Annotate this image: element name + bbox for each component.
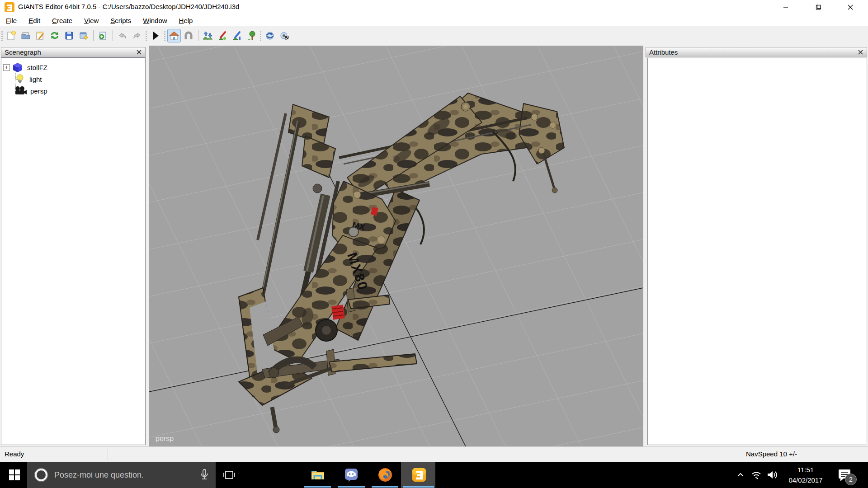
chevron-up-icon — [737, 473, 744, 477]
menu-edit[interactable]: Edit — [23, 15, 46, 26]
minimize-button[interactable] — [773, 0, 799, 14]
toolbar-separator — [113, 30, 113, 41]
discord-button[interactable] — [338, 462, 365, 488]
attributes-close-icon[interactable] — [857, 49, 863, 56]
wifi-icon — [751, 470, 762, 479]
foliage-button[interactable] — [245, 29, 258, 42]
viewport-canvas: MX MX80 — [149, 46, 643, 446]
running-indicator — [403, 486, 434, 488]
import-button[interactable] — [96, 29, 110, 42]
giants-editor-button[interactable] — [406, 462, 433, 488]
status-bar: Ready NavSpeed 10 +/- — [0, 446, 868, 462]
toolbar — [0, 26, 868, 45]
tree-item-persp[interactable]: persp — [3, 85, 47, 97]
tray-chevron-button[interactable] — [732, 462, 749, 488]
menu-view[interactable]: View — [78, 15, 104, 26]
menu-help[interactable]: Help — [173, 15, 199, 26]
discord-icon — [344, 468, 359, 482]
scenegraph-close-icon[interactable] — [136, 49, 142, 56]
menu-file[interactable]: File — [0, 15, 23, 26]
expand-plus-icon[interactable]: + — [3, 64, 10, 71]
save-button[interactable] — [62, 29, 76, 42]
terrain-paint-button[interactable] — [216, 29, 229, 42]
taskbar-clock[interactable]: 11:51 04/02/2017 — [780, 465, 831, 485]
tree-guide-stub — [16, 91, 21, 91]
toolbar-separator — [198, 30, 198, 41]
firefox-button[interactable] — [372, 462, 399, 488]
status-separator — [865, 449, 865, 460]
cortana-search-input[interactable]: Posez-moi une question. — [27, 462, 216, 488]
giants-app-icon — [5, 2, 14, 12]
menu-window[interactable]: Window — [137, 15, 173, 26]
tree-item-label: light — [29, 75, 42, 83]
toolbar-grip — [260, 30, 261, 42]
play-button[interactable] — [149, 29, 162, 42]
tree-item-stollfz[interactable]: + stollFZ — [3, 61, 47, 73]
scenegraph-header: Scenegraph — [1, 47, 146, 57]
running-indicator — [372, 486, 398, 488]
viewport-camera-label: persp — [156, 435, 174, 443]
maximize-button[interactable] — [805, 0, 831, 14]
tree-item-light[interactable]: light — [3, 73, 47, 85]
edit-notepad-button[interactable] — [33, 29, 47, 42]
windows-logo-icon — [9, 469, 20, 481]
clock-time: 11:51 — [797, 466, 814, 474]
scenegraph-panel: + stollFZ light persp — [1, 57, 146, 445]
attributes-title: Attributes — [649, 48, 678, 56]
microphone-icon[interactable] — [199, 469, 209, 481]
attributes-panel — [647, 58, 866, 445]
clock-date: 04/02/2017 — [788, 476, 822, 484]
scenegraph-tree: + stollFZ light persp — [3, 61, 47, 97]
new-file-button[interactable] — [5, 29, 18, 42]
loader-model: MX MX80 — [239, 93, 564, 433]
attributes-header: Attributes — [646, 47, 867, 57]
file-explorer-button[interactable] — [304, 462, 331, 488]
redo-button[interactable] — [130, 29, 144, 42]
menu-create[interactable]: Create — [46, 15, 78, 26]
firefox-icon — [377, 467, 393, 483]
tray-network-button[interactable] — [748, 462, 765, 488]
cortana-icon — [33, 467, 49, 483]
scenegraph-title: Scenegraph — [5, 48, 41, 56]
toolbar-separator — [93, 30, 94, 41]
running-indicator — [304, 486, 331, 488]
tree-guide-stub — [16, 79, 21, 80]
export-button[interactable] — [77, 29, 90, 42]
window-title: GIANTS Editor 64bit 7.0.5 - C:/Users/baz… — [18, 3, 239, 10]
task-view-button[interactable] — [220, 462, 238, 488]
title-bar: GIANTS Editor 64bit 7.0.5 - C:/Users/baz… — [0, 0, 868, 14]
cube-icon — [12, 62, 24, 73]
menu-bar: File Edit Create View Scripts Window Hel… — [0, 14, 868, 26]
magnet-button[interactable] — [182, 29, 195, 42]
open-folder-button[interactable] — [19, 29, 33, 42]
terrain-sculpt-button[interactable] — [201, 29, 215, 42]
start-button[interactable] — [4, 462, 25, 488]
toolbar-grip — [164, 30, 165, 42]
file-explorer-icon — [311, 469, 325, 481]
menu-scripts[interactable]: Scripts — [104, 15, 137, 26]
tree-item-label: persp — [30, 87, 47, 95]
undo-button[interactable] — [116, 29, 129, 42]
tree-item-label: stollFZ — [27, 64, 47, 71]
notification-badge: 2 — [845, 474, 857, 485]
toolbar-grip — [146, 30, 147, 42]
home-camera-button[interactable] — [167, 29, 181, 42]
search-placeholder: Posez-moi une question. — [54, 470, 199, 480]
status-navspeed: NavSpeed 10 +/- — [746, 450, 797, 458]
taskbar: Posez-moi une question. — [0, 462, 868, 488]
viewport-3d[interactable]: MX MX80 — [149, 46, 643, 446]
task-view-icon — [223, 469, 236, 480]
giants-editor-icon — [412, 468, 426, 482]
script-settings-button[interactable] — [278, 29, 291, 42]
status-ready: Ready — [5, 450, 24, 458]
speaker-icon — [767, 470, 778, 480]
running-indicator — [338, 486, 365, 488]
toolbar-grip — [1, 30, 3, 42]
reload-button[interactable] — [48, 29, 61, 42]
tray-volume-button[interactable] — [764, 462, 781, 488]
close-button[interactable] — [837, 0, 863, 14]
reload-scripts-button[interactable] — [263, 29, 277, 42]
axis-line-x — [149, 288, 643, 392]
status-separator — [108, 449, 108, 460]
terrain-detail-button[interactable] — [230, 29, 244, 42]
